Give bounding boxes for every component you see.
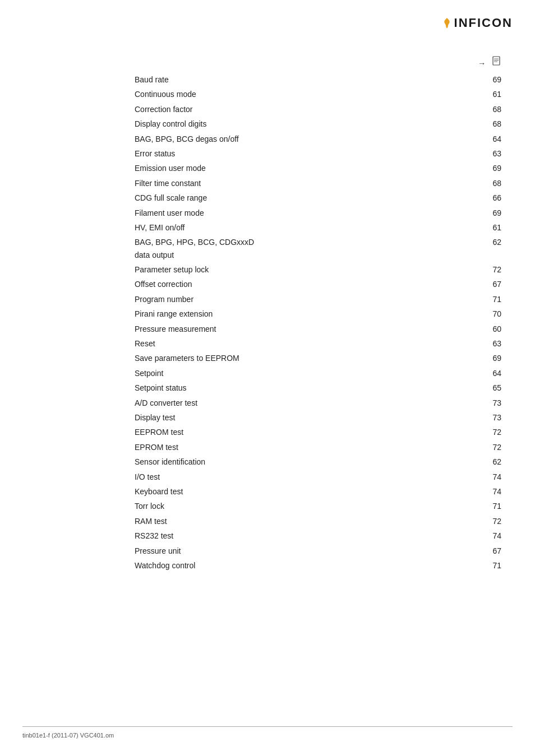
index-page: 72 xyxy=(473,263,501,276)
index-label: Reset xyxy=(135,337,473,350)
index-label: Save parameters to EEPROM xyxy=(135,352,473,364)
index-row: BAG, BPG, HPG, BCG, CDGxxxDdata output62 xyxy=(135,235,501,262)
inficon-logo-icon xyxy=(441,17,453,29)
index-label: Setpoint xyxy=(135,367,473,379)
index-label: Display control digits xyxy=(135,118,473,130)
index-row: EEPROM test72 xyxy=(135,425,501,439)
index-row: Sensor identification62 xyxy=(135,454,501,469)
index-row: Watchdog control71 xyxy=(135,558,501,573)
index-label: BAG, BPG, HPG, BCG, CDGxxxD xyxy=(135,236,473,248)
index-row: CDG full scale range66 xyxy=(135,191,501,205)
index-label: RS232 test xyxy=(135,530,473,542)
index-row: Emission user mode69 xyxy=(135,161,501,175)
index-page: 67 xyxy=(473,545,501,557)
index-label: Correction factor xyxy=(135,103,473,115)
index-page: 62 xyxy=(473,456,501,468)
index-row: Error status63 xyxy=(135,146,501,161)
index-label: I/O test xyxy=(135,471,473,483)
index-row: Pressure unit67 xyxy=(135,544,501,558)
index-row: A/D converter test73 xyxy=(135,396,501,410)
index-row: RS232 test74 xyxy=(135,528,501,543)
index-label: Continuous mode xyxy=(135,88,473,100)
index-label: CDG full scale range xyxy=(135,192,473,204)
index-page: 60 xyxy=(473,323,501,335)
index-page: 64 xyxy=(473,133,501,145)
footer: tinb01e1-f (2011-07) VGC401.om xyxy=(22,726,513,739)
index-row: Save parameters to EEPROM69 xyxy=(135,351,501,365)
index-row: Pirani range extension70 xyxy=(135,307,501,321)
index-label: HV, EMI on/off xyxy=(135,221,473,234)
index-label: Error status xyxy=(135,147,473,160)
index-row: Display test73 xyxy=(135,410,501,425)
index-label: EEPROM test xyxy=(135,426,473,438)
index-label-sub: data output xyxy=(135,249,473,261)
index-label: Sensor identification xyxy=(135,456,473,468)
index-row: Filament user mode69 xyxy=(135,206,501,220)
index-page: 72 xyxy=(473,426,501,438)
index-label: Filter time constant xyxy=(135,177,473,189)
index-page: 69 xyxy=(473,352,501,364)
index-label: Pressure measurement xyxy=(135,323,473,335)
index-page: 71 xyxy=(473,293,501,305)
index-label: RAM test xyxy=(135,515,473,527)
index-row: Keyboard test74 xyxy=(135,484,501,499)
index-label: BAG, BPG, BCG degas on/off xyxy=(135,133,473,145)
index-label: Torr lock xyxy=(135,500,473,512)
index-row: Setpoint status65 xyxy=(135,381,501,395)
index-page: 64 xyxy=(473,367,501,379)
index-row: Reset63 xyxy=(135,336,501,351)
index-page: 74 xyxy=(473,485,501,498)
index-label: A/D converter test xyxy=(135,397,473,409)
index-page: 73 xyxy=(473,397,501,409)
index-row: Correction factor68 xyxy=(135,102,501,117)
index-row: Program number71 xyxy=(135,292,501,307)
index-row: Pressure measurement60 xyxy=(135,322,501,336)
index-row: Offset correction67 xyxy=(135,277,501,291)
arrow-row: → xyxy=(135,56,501,68)
index-row: EPROM test72 xyxy=(135,440,501,454)
index-row: Continuous mode61 xyxy=(135,87,501,101)
index-page: 66 xyxy=(473,192,501,204)
index-label: Parameter setup lock xyxy=(135,263,473,276)
index-page: 67 xyxy=(473,278,501,290)
index-page: 63 xyxy=(473,337,501,350)
index-label: Program number xyxy=(135,293,473,305)
index-page: 69 xyxy=(473,73,501,86)
index-page: 65 xyxy=(473,382,501,394)
index-row: Display control digits68 xyxy=(135,117,501,131)
index-label: Offset correction xyxy=(135,278,473,290)
index-page: 70 xyxy=(473,308,501,320)
index-row: Parameter setup lock72 xyxy=(135,262,501,277)
index-row: Setpoint64 xyxy=(135,366,501,381)
index-label: Emission user mode xyxy=(135,162,473,174)
content-area: → Baud rate69Continuous mode61Correction… xyxy=(135,56,501,573)
index-label: Setpoint status xyxy=(135,382,473,394)
index-page: 68 xyxy=(473,177,501,189)
index-label: Baud rate xyxy=(135,73,473,86)
footer-text: tinb01e1-f (2011-07) VGC401.om xyxy=(22,732,114,739)
index-page: 74 xyxy=(473,471,501,483)
index-row: Filter time constant68 xyxy=(135,176,501,191)
index-label: Pressure unit xyxy=(135,545,473,557)
index-page: 62 xyxy=(473,236,501,248)
index-page: 72 xyxy=(473,441,501,453)
index-page: 63 xyxy=(473,147,501,160)
index-label: Pirani range extension xyxy=(135,308,473,320)
logo-text: INFICON xyxy=(454,16,513,30)
index-page: 68 xyxy=(473,118,501,130)
index-row: Torr lock71 xyxy=(135,499,501,513)
index-page: 61 xyxy=(473,88,501,100)
index-page: 69 xyxy=(473,162,501,174)
index-row: BAG, BPG, BCG degas on/off64 xyxy=(135,132,501,146)
index-label: Watchdog control xyxy=(135,559,473,572)
arrow-page-indicator: → xyxy=(478,56,501,68)
index-label: Keyboard test xyxy=(135,485,473,498)
index-page: 72 xyxy=(473,515,501,527)
index-row: I/O test74 xyxy=(135,470,501,484)
index-row: RAM test72 xyxy=(135,514,501,528)
index-row: Baud rate69 xyxy=(135,72,501,87)
index-page: 73 xyxy=(473,411,501,424)
index-label: Display test xyxy=(135,411,473,424)
index-page: 68 xyxy=(473,103,501,115)
page-icon xyxy=(492,56,501,66)
